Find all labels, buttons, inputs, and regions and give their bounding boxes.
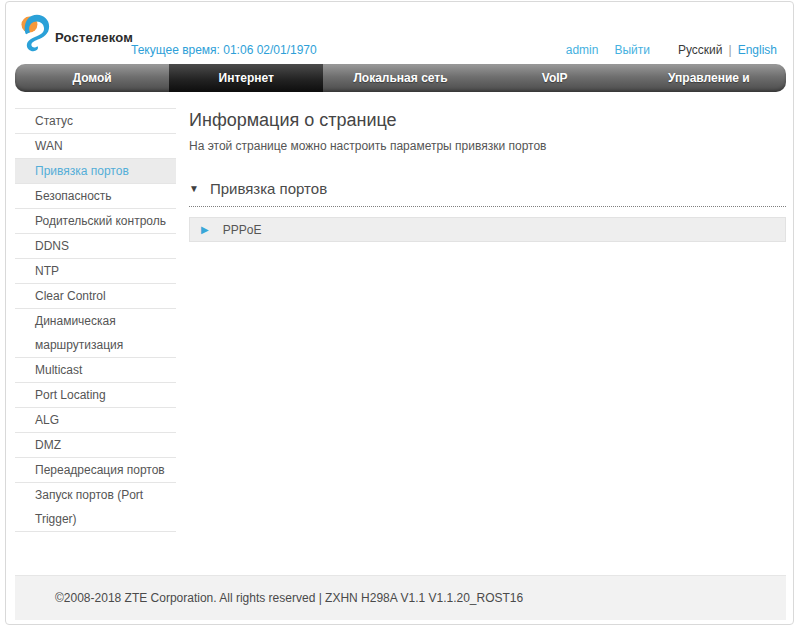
sidebar: Статус WAN Привязка портов Безопасность … (15, 108, 176, 532)
page-subtitle: На этой странице можно настроить парамет… (189, 139, 786, 153)
main-nav: Домой Интернет Локальная сеть VoIP Управ… (15, 64, 786, 92)
lang-english-link[interactable]: English (738, 43, 777, 57)
section-title: Привязка портов (210, 180, 327, 197)
sidebar-item-status[interactable]: Статус (15, 109, 176, 134)
nav-tab-lan[interactable]: Локальная сеть (323, 64, 477, 92)
content: Статус WAN Привязка портов Безопасность … (6, 92, 793, 575)
sidebar-item-port-trigger[interactable]: Запуск портов (Port Trigger) (15, 483, 176, 532)
logout-link[interactable]: Выйти (614, 43, 650, 57)
port-binding-section: ▼ Привязка портов ▶ PPPoE (189, 180, 786, 242)
user-link[interactable]: admin (566, 43, 599, 57)
lang-current: Русский (678, 43, 723, 57)
page-title: Информация о странице (189, 108, 786, 132)
sidebar-item-wan[interactable]: WAN (15, 134, 176, 159)
brand-name: Ростелеком (55, 30, 133, 45)
header: Ростелеком Текущее время: 01:06 02/01/19… (6, 2, 793, 64)
sidebar-item-port-forwarding[interactable]: Переадресация портов (15, 458, 176, 483)
nav-tab-internet[interactable]: Интернет (169, 64, 323, 92)
sidebar-item-alg[interactable]: ALG (15, 408, 176, 433)
current-time: Текущее время: 01:06 02/01/1970 (131, 43, 317, 57)
pppoe-row[interactable]: ▶ PPPoE (189, 217, 786, 242)
footer-text: ©2008-2018 ZTE Corporation. All rights r… (55, 591, 523, 605)
sidebar-item-security[interactable]: Безопасность (15, 184, 176, 209)
sidebar-item-dmz[interactable]: DMZ (15, 433, 176, 458)
expand-triangle-icon: ▶ (201, 224, 209, 235)
lang-separator: | (729, 43, 732, 57)
section-header[interactable]: ▼ Привязка портов (189, 180, 786, 207)
footer-bar: ©2008-2018 ZTE Corporation. All rights r… (15, 575, 786, 620)
nav-tab-home[interactable]: Домой (15, 64, 169, 92)
nav-tab-management[interactable]: Управление и диагностика (632, 64, 786, 92)
sidebar-item-port-binding[interactable]: Привязка портов (15, 159, 176, 184)
sidebar-item-port-locating[interactable]: Port Locating (15, 383, 176, 408)
sidebar-item-multicast[interactable]: Multicast (15, 358, 176, 383)
nav-tab-voip[interactable]: VoIP (478, 64, 632, 92)
page-frame: Ростелеком Текущее время: 01:06 02/01/19… (5, 1, 794, 625)
sidebar-item-parental-control[interactable]: Родительский контроль (15, 209, 176, 234)
brand: Ростелеком (21, 13, 133, 53)
header-links: admin Выйти Русский | English (566, 43, 777, 57)
collapse-triangle-icon: ▼ (189, 183, 199, 194)
sidebar-item-dynamic-routing[interactable]: Динамическая маршрутизация (15, 309, 176, 358)
sidebar-item-clear-control[interactable]: Clear Control (15, 284, 176, 309)
pppoe-row-label: PPPoE (223, 223, 262, 237)
main-panel: Информация о странице На этой странице м… (189, 108, 786, 242)
rostelecom-logo-icon (21, 13, 51, 53)
sidebar-item-ddns[interactable]: DDNS (15, 234, 176, 259)
sidebar-item-ntp[interactable]: NTP (15, 259, 176, 284)
